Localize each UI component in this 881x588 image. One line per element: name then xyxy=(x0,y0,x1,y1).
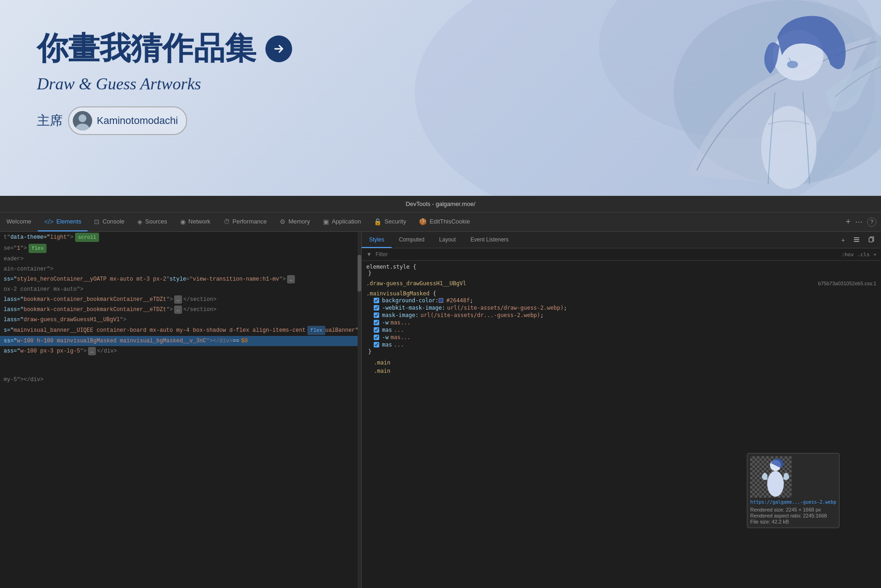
tab-welcome-label: Welcome xyxy=(6,218,31,225)
html-line: lass=" bookmark-container_bookmarkContai… xyxy=(0,305,361,315)
tab-console-label: Console xyxy=(102,218,124,225)
mas-2-val: ... xyxy=(394,327,404,333)
main-selector-1: .main xyxy=(366,359,876,367)
rendered-size: Rendered size: 2245 × 1668 px xyxy=(750,507,836,512)
ellipsis-icon[interactable]: … xyxy=(287,275,295,283)
cls-pseudo-button[interactable]: .cls xyxy=(858,252,870,258)
scroll-pill[interactable]: scroll xyxy=(75,233,99,242)
tab-memory[interactable]: ⚙ Memory xyxy=(273,212,317,231)
ellipsis-icon[interactable]: … xyxy=(88,347,96,355)
tab-add-icon[interactable]: + xyxy=(846,217,851,227)
flex-pill-2[interactable]: flex xyxy=(307,326,325,335)
webkit-1-checkbox[interactable] xyxy=(374,320,379,325)
semicolon: ; xyxy=(540,312,544,318)
svg-rect-11 xyxy=(854,239,859,240)
subtab-event-listeners[interactable]: Event Listeners xyxy=(463,232,516,248)
svg-rect-10 xyxy=(854,237,859,238)
tab-welcome[interactable]: Welcome xyxy=(0,212,38,231)
mas-2-checkbox[interactable] xyxy=(374,327,379,333)
image-preview-canvas xyxy=(750,456,792,498)
devtools-elements-panel: t" data-theme =" light "> scroll se=" 1 … xyxy=(0,232,362,588)
style-filter-input[interactable] xyxy=(376,251,838,258)
copy-styles-button[interactable] xyxy=(865,235,877,245)
color-swatch[interactable] xyxy=(439,298,443,303)
mas-4-checkbox[interactable] xyxy=(374,342,379,347)
ellipsis-icon[interactable]: … xyxy=(174,306,182,314)
network-icon: ◉ xyxy=(180,218,186,225)
html-line: ox-2 container mx-auto"> xyxy=(0,284,361,294)
mask-image-checkbox[interactable] xyxy=(374,312,379,318)
webkit-3-checkbox[interactable] xyxy=(374,335,379,340)
elements-scrollbar[interactable] xyxy=(358,232,361,588)
html-line: lass=" draw-guess_drawGuessH1__UBgVl "> xyxy=(0,315,361,325)
style-open-brace: { xyxy=(433,290,436,297)
devtools-panel: DevTools - galgamer.moe/ Welcome </> Ele… xyxy=(0,196,881,588)
tab-editthiscookie[interactable]: 🍪 EditThisCookie xyxy=(412,212,476,231)
mas-4-prop: mas xyxy=(382,341,392,348)
webkit-mask-prop: -webkit-mask-image xyxy=(382,305,442,311)
hero-arrow-button[interactable] xyxy=(265,35,292,62)
flex-pill-1[interactable]: flex xyxy=(29,244,46,253)
subtab-styles[interactable]: Styles xyxy=(362,232,392,248)
html-line: eader> xyxy=(0,254,361,264)
tab-performance-label: Performance xyxy=(233,218,267,225)
tab-memory-label: Memory xyxy=(288,218,310,225)
tab-help-icon[interactable]: ? xyxy=(867,218,876,227)
devtools-styles-panel: Styles Computed Layout Event Listeners + xyxy=(362,232,881,588)
hero-host: 主席 Kaminotomodachi xyxy=(37,106,292,135)
add-style-rule-button[interactable]: + xyxy=(839,235,848,245)
tab-overflow-icon[interactable]: ⋯ xyxy=(855,218,863,226)
bg-color-val: #26448f xyxy=(446,297,470,304)
elements-icon: </> xyxy=(44,218,53,225)
tab-application-label: Application xyxy=(332,218,361,225)
devtools-title: DevTools - galgamer.moe/ xyxy=(405,200,475,207)
bg-color-checkbox[interactable] xyxy=(374,298,379,303)
avatar xyxy=(73,111,92,130)
tab-sources[interactable]: ◈ Sources xyxy=(131,212,174,231)
application-icon: ▣ xyxy=(323,218,329,225)
subtab-computed[interactable]: Computed xyxy=(392,232,432,248)
toggle-element-state-button[interactable] xyxy=(851,235,863,245)
memory-icon: ⚙ xyxy=(280,218,286,225)
colon: : xyxy=(435,297,439,304)
draw-guess-selector: .draw-guess_drawGuessH1__UBgVl xyxy=(366,280,466,287)
html-line: ss=" styles_heroContainer__yOATP mx-auto… xyxy=(0,274,361,284)
tab-network[interactable]: ◉ Network xyxy=(174,212,217,231)
subtab-layout[interactable]: Layout xyxy=(432,232,463,248)
image-stats: Rendered size: 2245 × 1668 px Rendered a… xyxy=(750,506,836,525)
add-class-button[interactable]: + xyxy=(873,252,876,258)
hero-title: 你畫我猜作品集 xyxy=(37,28,292,70)
console-icon: ⊡ xyxy=(94,218,100,225)
svg-rect-13 xyxy=(869,238,873,242)
hov-pseudo-button[interactable]: :hov xyxy=(841,252,854,258)
tab-security[interactable]: 🔒 Security xyxy=(367,212,412,231)
draw-guess-source[interactable]: b75b73a031052eb5.css:1 xyxy=(818,281,876,286)
tab-application[interactable]: ▣ Application xyxy=(317,212,368,231)
scrollbar-thumb[interactable] xyxy=(358,255,361,292)
file-size-value: 42.2 kB xyxy=(772,519,789,524)
svg-point-8 xyxy=(79,114,87,122)
mainvisual-selector: .mainvisualBgMasked xyxy=(366,290,429,297)
ellipsis-icon[interactable]: … xyxy=(174,295,182,304)
size-value: 2245 × 1668 px xyxy=(786,507,821,512)
filter-icon: ▼ xyxy=(366,251,372,258)
host-badge[interactable]: Kaminotomodachi xyxy=(68,106,187,135)
dollar-sign: $0 xyxy=(241,337,247,345)
tab-console[interactable]: ⊡ Console xyxy=(88,212,131,231)
main-selector-2: .main xyxy=(366,367,876,375)
tab-performance[interactable]: ⏱ Performance xyxy=(217,212,273,231)
semicolon: ; xyxy=(564,305,567,311)
colon: : xyxy=(442,305,445,311)
webkit-mask-checkbox[interactable] xyxy=(374,305,379,311)
tab-network-label: Network xyxy=(188,218,211,225)
html-line-highlighted[interactable]: ss=" w-100 h-100 mainvisualBgMasked main… xyxy=(0,336,361,346)
filter-bar: ▼ :hov .cls + xyxy=(362,248,881,261)
subtab-styles-label: Styles xyxy=(369,236,384,243)
html-line: s=" mainvisual_banner__UIQEE container-b… xyxy=(0,325,361,336)
style-close-brace: } xyxy=(366,348,876,355)
styles-content: element.style { } .draw-guess_drawGuessH… xyxy=(362,261,881,588)
tab-elements[interactable]: </> Elements xyxy=(38,212,88,231)
host-name: Kaminotomodachi xyxy=(97,115,178,127)
main-selector-text-2: .main xyxy=(374,368,390,374)
svg-point-15 xyxy=(767,471,784,497)
